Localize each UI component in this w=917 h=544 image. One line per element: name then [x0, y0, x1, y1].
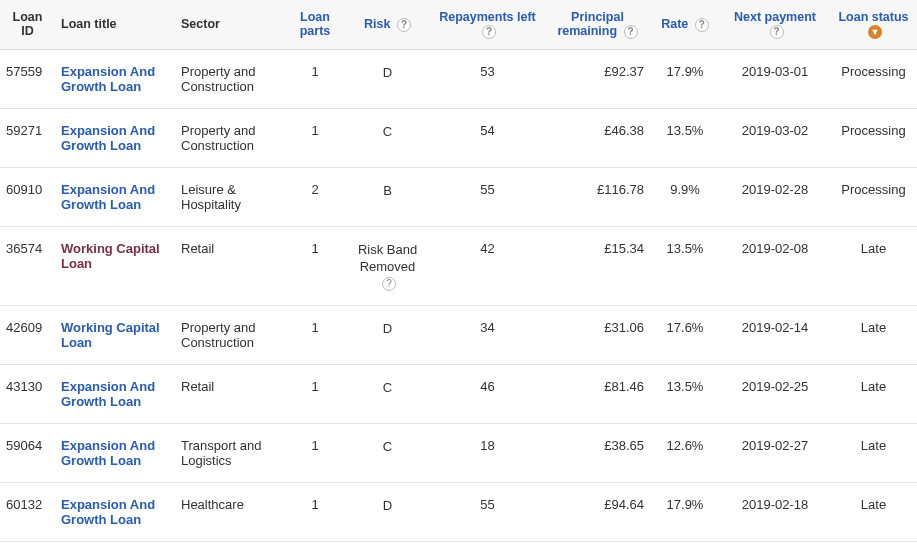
cell-loan-id: 42609 [0, 306, 55, 365]
cell-repayments-left: 18 [430, 424, 545, 483]
loan-title-link[interactable]: Working Capital Loan [61, 320, 160, 350]
table-row: 59271Expansion And Growth LoanProperty a… [0, 108, 917, 167]
cell-loan-id: 60910 [0, 167, 55, 226]
cell-sector: Retail [175, 365, 285, 424]
cell-principal-remaining: £46.38 [545, 108, 650, 167]
cell-principal-remaining: £81.46 [545, 365, 650, 424]
loan-title-link[interactable]: Expansion And Growth Loan [61, 438, 155, 468]
cell-loan-status: Processing [830, 167, 917, 226]
cell-principal-remaining: £92.37 [545, 49, 650, 108]
cell-loan-status: Processing [830, 49, 917, 108]
cell-loan-status: Late [830, 226, 917, 306]
loan-title-link[interactable]: Expansion And Growth Loan [61, 497, 155, 527]
col-header-label: Loan ID [13, 10, 43, 38]
cell-risk: D [383, 497, 392, 515]
cell-risk: D [383, 64, 392, 82]
table-row: 43130Expansion And Growth LoanRetail1C46… [0, 365, 917, 424]
col-header-label: Loan title [61, 17, 117, 31]
cell-risk: C [383, 123, 392, 141]
col-header-label: Rate [661, 17, 688, 31]
col-header-label: Loan parts [300, 10, 331, 38]
loan-title-link[interactable]: Expansion And Growth Loan [61, 123, 155, 153]
col-header-rate[interactable]: Rate ? [650, 0, 720, 49]
cell-rate: 9.9% [650, 167, 720, 226]
help-icon[interactable]: ? [624, 25, 638, 39]
cell-next-payment: 2019-03-02 [720, 108, 830, 167]
cell-loan-status: Late [830, 365, 917, 424]
help-icon[interactable]: ? [382, 277, 396, 291]
cell-repayments-left: 55 [430, 167, 545, 226]
table-row: 59064Expansion And Growth LoanTransport … [0, 424, 917, 483]
cell-loan-status: Late [830, 483, 917, 542]
cell-next-payment: 2019-02-14 [720, 306, 830, 365]
loan-title-link[interactable]: Expansion And Growth Loan [61, 379, 155, 409]
table-header-row: Loan ID Loan title Sector Loan parts Ris… [0, 0, 917, 49]
cell-repayments-left: 46 [430, 365, 545, 424]
cell-loan-status: Processing [830, 108, 917, 167]
cell-repayments-left: 55 [430, 483, 545, 542]
cell-sector: Property and Construction [175, 108, 285, 167]
col-header-sector[interactable]: Sector [175, 0, 285, 49]
col-header-risk[interactable]: Risk ? [345, 0, 430, 49]
cell-repayments-left: 53 [430, 49, 545, 108]
cell-rate: 17.6% [650, 306, 720, 365]
sort-indicator-icon[interactable]: ▼ [868, 25, 882, 39]
cell-risk: Risk Band Removed [351, 241, 424, 276]
cell-rate: 17.9% [650, 49, 720, 108]
cell-next-payment: 2019-02-27 [720, 424, 830, 483]
cell-sector: Property and Construction [175, 49, 285, 108]
cell-repayments-left: 42 [430, 226, 545, 306]
cell-sector: Property and Construction [175, 306, 285, 365]
cell-loan-parts: 1 [285, 226, 345, 306]
col-header-label: Risk [364, 17, 390, 31]
cell-rate: 13.5% [650, 108, 720, 167]
cell-loan-parts: 1 [285, 108, 345, 167]
col-header-label: Repayments left [439, 10, 536, 24]
table-row: 36574Working Capital LoanRetail1Risk Ban… [0, 226, 917, 306]
cell-loan-status: Late [830, 424, 917, 483]
cell-rate: 13.5% [650, 226, 720, 306]
col-header-repayments-left[interactable]: Repayments left? [430, 0, 545, 49]
cell-sector: Transport and Logistics [175, 424, 285, 483]
col-header-label: Next payment [734, 10, 816, 24]
cell-principal-remaining: £116.78 [545, 167, 650, 226]
cell-next-payment: 2019-02-25 [720, 365, 830, 424]
cell-risk: C [383, 379, 392, 397]
loan-title-link[interactable]: Expansion And Growth Loan [61, 64, 155, 94]
cell-repayments-left: 34 [430, 306, 545, 365]
table-row: 42609Working Capital LoanProperty and Co… [0, 306, 917, 365]
cell-sector: Leisure & Hospitality [175, 167, 285, 226]
col-header-principal-remaining[interactable]: Principal remaining ? [545, 0, 650, 49]
col-header-loan-status[interactable]: Loan status ▼ [830, 0, 917, 49]
cell-sector: Healthcare [175, 483, 285, 542]
loan-title-link[interactable]: Working Capital Loan [61, 241, 160, 271]
cell-risk: C [383, 438, 392, 456]
col-header-next-payment[interactable]: Next payment? [720, 0, 830, 49]
cell-principal-remaining: £38.65 [545, 424, 650, 483]
cell-loan-id: 59271 [0, 108, 55, 167]
loan-title-link[interactable]: Expansion And Growth Loan [61, 182, 155, 212]
help-icon[interactable]: ? [397, 18, 411, 32]
cell-principal-remaining: £94.64 [545, 483, 650, 542]
cell-next-payment: 2019-02-28 [720, 167, 830, 226]
col-header-loan-title[interactable]: Loan title [55, 0, 175, 49]
cell-loan-parts: 2 [285, 167, 345, 226]
cell-loan-status: Late [830, 306, 917, 365]
help-icon[interactable]: ? [695, 18, 709, 32]
col-header-loan-id[interactable]: Loan ID [0, 0, 55, 49]
cell-sector: Retail [175, 226, 285, 306]
col-header-label: Loan status [838, 10, 908, 24]
cell-loan-parts: 1 [285, 306, 345, 365]
table-row: 60132Expansion And Growth LoanHealthcare… [0, 483, 917, 542]
cell-loan-id: 57559 [0, 49, 55, 108]
table-row: 57559Expansion And Growth LoanProperty a… [0, 49, 917, 108]
cell-loan-id: 60132 [0, 483, 55, 542]
cell-rate: 17.9% [650, 483, 720, 542]
cell-rate: 12.6% [650, 424, 720, 483]
help-icon[interactable]: ? [770, 25, 784, 39]
cell-risk: B [383, 182, 392, 200]
col-header-loan-parts[interactable]: Loan parts [285, 0, 345, 49]
loans-table: Loan ID Loan title Sector Loan parts Ris… [0, 0, 917, 542]
col-header-label: Sector [181, 17, 220, 31]
help-icon[interactable]: ? [482, 25, 496, 39]
